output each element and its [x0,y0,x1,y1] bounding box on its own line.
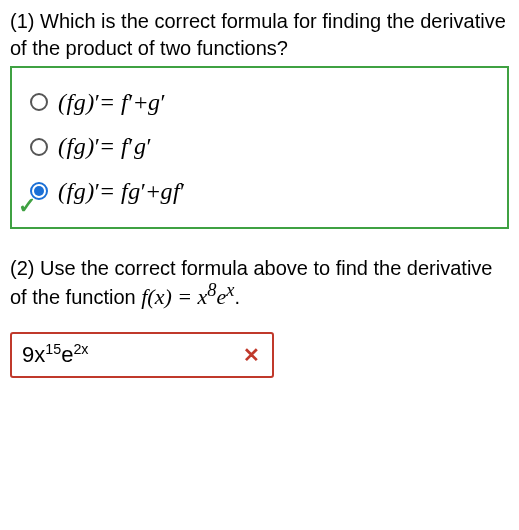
q1-option-1[interactable]: (fg)′= f′+g′ [30,86,495,118]
cross-icon: ✕ [243,341,260,368]
q1-option-1-label: (fg)′= f′+g′ [58,86,166,118]
q1-prompt: (1) Which is the correct formula for fin… [10,8,509,62]
q1-option-2[interactable]: (fg)′= f′g′ [30,130,495,162]
q2-prompt: (2) Use the correct formula above to fin… [10,255,509,312]
q2-prompt-pre: (2) Use the correct formula above to fin… [10,257,492,308]
q2-prompt-post: . [234,286,240,308]
radio-unchecked-icon [30,93,48,111]
q2-prompt-math: f(x) = x8ex [141,284,234,309]
check-icon: ✓ [18,191,36,221]
q2-answer-text: 9x15e2x [22,340,89,370]
radio-unchecked-icon [30,138,48,156]
q1-option-3-label: (fg)′= fg′+gf′ [58,175,186,207]
q1-options-box: (fg)′= f′+g′ (fg)′= f′g′ (fg)′= fg′+gf′ … [10,66,509,229]
q2-answer-row: 9x15e2x ✕ [10,332,509,378]
q2-answer-input[interactable]: 9x15e2x ✕ [10,332,274,378]
q1-option-3[interactable]: (fg)′= fg′+gf′ [30,175,495,207]
q1-option-2-label: (fg)′= f′g′ [58,130,152,162]
